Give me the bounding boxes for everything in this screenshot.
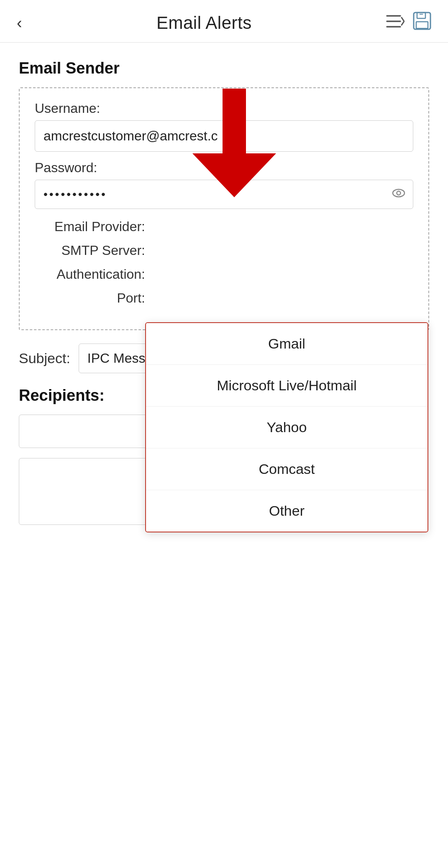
port-row: Port: — [35, 290, 413, 306]
header: ‹ Email Alerts — [0, 0, 448, 43]
svg-rect-5 — [416, 22, 428, 28]
dropdown-item-gmail[interactable]: Gmail — [146, 323, 428, 365]
password-label: Password: — [35, 160, 413, 176]
username-input[interactable] — [35, 120, 413, 152]
subject-label: Subject: — [19, 350, 70, 367]
eye-icon[interactable] — [392, 188, 406, 201]
port-label: Port: — [35, 290, 152, 306]
smtp-server-row: SMTP Server: — [35, 243, 413, 258]
svg-point-9 — [393, 189, 404, 197]
email-provider-label: Email Provider: — [35, 219, 152, 234]
header-icons — [386, 12, 431, 34]
password-input[interactable] — [35, 180, 413, 209]
authentication-row: Authentication: — [35, 267, 413, 282]
password-wrapper — [35, 180, 413, 209]
dropdown-item-comcast[interactable]: Comcast — [146, 448, 428, 490]
back-button[interactable]: ‹ — [17, 15, 22, 31]
main-content: Email Sender Username: Password: Email P… — [0, 43, 448, 552]
email-sender-container: Username: Password: Email Provider: SMTP… — [19, 87, 429, 330]
email-sender-title: Email Sender — [19, 59, 429, 77]
smtp-server-label: SMTP Server: — [35, 243, 152, 258]
dropdown-item-microsoft[interactable]: Microsoft Live/Hotmail — [146, 365, 428, 407]
authentication-label: Authentication: — [35, 267, 152, 282]
svg-point-10 — [397, 191, 401, 195]
dropdown-item-other[interactable]: Other — [146, 490, 428, 532]
dropdown-item-yahoo[interactable]: Yahoo — [146, 407, 428, 448]
svg-rect-4 — [417, 13, 425, 18]
page-title: Email Alerts — [156, 13, 252, 33]
save-icon[interactable] — [413, 12, 431, 34]
email-provider-row: Email Provider: — [35, 219, 413, 234]
email-provider-dropdown: Gmail Microsoft Live/Hotmail Yahoo Comca… — [145, 322, 428, 532]
username-label: Username: — [35, 101, 413, 116]
collapse-icon[interactable] — [386, 13, 404, 33]
